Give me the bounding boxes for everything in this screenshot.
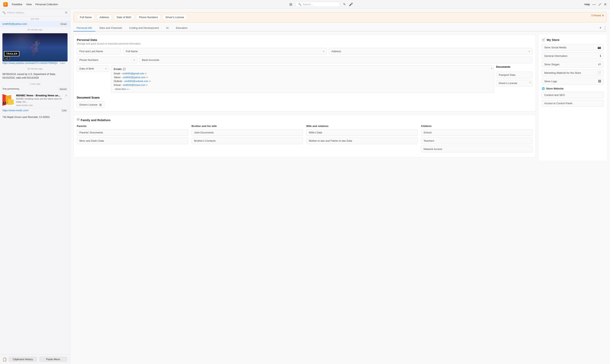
- edit-icon[interactable]: ✎: [343, 2, 346, 6]
- phone-numbers-field[interactable]: Phone Numbers ●: [77, 57, 137, 63]
- sidebar-search-bar[interactable]: 🔍 ⚙: [0, 9, 70, 16]
- icloud-link[interactable]: smith93@icloud.com: [123, 84, 145, 87]
- email-link[interactable]: smith93@yahoo.com: [2, 22, 27, 26]
- clipboard-history-button[interactable]: Clipboard History: [9, 357, 37, 362]
- teachers-item[interactable]: Teachers: [421, 137, 532, 144]
- drivers-license-item[interactable]: Driver's License ●: [496, 80, 532, 87]
- msnbc-link[interactable]: https://www.msnbc.com/: [2, 109, 28, 112]
- store-website-title: 🌐 Store Website: [542, 87, 604, 90]
- copy-icon[interactable]: ⧉: [146, 84, 148, 86]
- family-section: ♡ Family and Relatives Parents Parents' …: [73, 115, 536, 157]
- pinned-tag-phone[interactable]: Phone Numbers: [136, 14, 161, 20]
- outlook-label: Outlook -: [114, 80, 124, 83]
- general-information-item[interactable]: General Information ℹ: [542, 52, 604, 59]
- tab-ai[interactable]: AI: [163, 25, 172, 31]
- email-icon: 💬: [123, 68, 126, 71]
- timestamp-just-now: just now: [0, 16, 70, 21]
- menu-collection[interactable]: Personal Collection: [35, 3, 58, 6]
- timestamp-30min: 30 minutes ago: [0, 66, 70, 71]
- parents-documents-item[interactable]: Parents' Documents: [77, 129, 188, 136]
- list-item[interactable]: 9876543210, issued by U.S. Department of…: [0, 71, 70, 81]
- clipboard-icon: 📋: [2, 357, 7, 362]
- more-options-button[interactable]: ⋮: [603, 26, 607, 30]
- parents-column: Parents Parents' Documents Mom and Dad's…: [77, 125, 188, 154]
- msnbc-desc: MSNBC breaking news and the latest news …: [16, 97, 64, 104]
- youtube-link[interactable]: https://www.youtube.com/watch?v=AbvDnYW9…: [2, 62, 58, 65]
- history-list: just now smith93@yahoo.com Email 26 minu…: [0, 16, 70, 354]
- pinned-tag-address[interactable]: Address: [96, 14, 112, 20]
- content-seo-item[interactable]: Content and SEO: [542, 92, 604, 98]
- mom-dad-data-item[interactable]: Mom and Dad's Data: [77, 137, 188, 144]
- copy-icon[interactable]: ⧉: [146, 76, 148, 78]
- pinned-tag-dob[interactable]: Date of Birth: [114, 14, 134, 20]
- tabs-actions: + ⋮: [599, 26, 607, 30]
- list-item[interactable]: https://www.msnbc.com/ Link: [0, 108, 70, 114]
- yahoo-link[interactable]: smith93@yahoo.com: [123, 76, 145, 79]
- list-item[interactable]: 742 Maple Grove Lane Riverside, CA 92501: [0, 114, 70, 121]
- personal-data-subtitle: Storage and quick access to important pe…: [77, 42, 532, 45]
- copy-icon[interactable]: ⧉: [149, 80, 151, 82]
- joint-documents-item[interactable]: Joint Documents: [192, 129, 303, 136]
- address-field[interactable]: Address ●: [329, 48, 532, 55]
- date-of-birth-field[interactable]: Date of Birth ●: [77, 65, 109, 72]
- list-item[interactable]: smith93@yahoo.com Email: [0, 21, 70, 27]
- help-label[interactable]: Help: [584, 3, 590, 6]
- paste-menu-button[interactable]: Paste Menu: [39, 357, 68, 362]
- inlaws-data-item[interactable]: Mother-in-law and Father-in-law Data: [306, 137, 418, 144]
- show-less-button[interactable]: - show less ⟵: [114, 88, 492, 91]
- app-logo: P: [3, 2, 8, 7]
- tab-personal-info[interactable]: Personal Info: [73, 25, 95, 31]
- minimize-button[interactable]: —: [592, 2, 596, 6]
- outlook-link[interactable]: smith93@outlook.com: [124, 80, 148, 83]
- menu-view[interactable]: View: [26, 3, 32, 6]
- emails-required-dot: ●: [491, 67, 492, 69]
- list-item[interactable]: 🦸 TRAILER HD https://www.youtube.com/wat…: [0, 32, 70, 66]
- family-title-text: Family and Relatives: [81, 118, 110, 122]
- find-history-input[interactable]: [7, 11, 63, 14]
- mic-icon[interactable]: 🎤: [349, 2, 353, 6]
- add-tab-button[interactable]: +: [599, 26, 601, 30]
- store-social-label: Store Social Media: [544, 46, 566, 49]
- emails-section: Emails 💬 ● Gmail - smith93@gmail.com ⧉ Y…: [111, 65, 494, 93]
- pinned-close-button[interactable]: ✕: [602, 14, 604, 17]
- brother-title: Brother and his wife: [192, 125, 303, 128]
- image-icon: 🖼: [598, 80, 601, 83]
- drivers-license-scan[interactable]: Drivers License ▦: [77, 101, 104, 108]
- store-slogan-item[interactable]: Store Slogan 🏷: [542, 61, 604, 68]
- brothers-contacts-item[interactable]: Brother's Contacts: [192, 137, 303, 144]
- close-button[interactable]: ✕: [604, 2, 607, 7]
- wifes-data-item[interactable]: Wife's Data: [306, 129, 418, 136]
- school-item[interactable]: School: [421, 129, 532, 136]
- passport-data-item[interactable]: Passport Data: [496, 72, 532, 78]
- close-icon[interactable]: ✕: [65, 94, 67, 106]
- copy-icon[interactable]: ⧉: [145, 72, 147, 75]
- tab-sites-channels[interactable]: Sites and Channels: [96, 25, 125, 31]
- store-logo-item[interactable]: Store Logo 🖼: [542, 78, 604, 85]
- personal-data-section: Personal Data Storage and quick access t…: [73, 35, 536, 111]
- first-last-name-field[interactable]: First and Last Name: [77, 48, 121, 55]
- search-icon: 🔍: [2, 11, 6, 14]
- clipboard-icon[interactable]: ⊞: [289, 2, 292, 7]
- bank-accounts-field[interactable]: Bank Accounts: [139, 57, 532, 63]
- pinned-tag-license[interactable]: Driver's License: [162, 14, 187, 20]
- info-icon: ℹ: [600, 54, 601, 57]
- filter-icon[interactable]: ⚙: [65, 11, 67, 14]
- list-item[interactable]: T••t s••••••••••n Secret: [0, 86, 70, 92]
- document-scans-title: Document Scans: [77, 96, 532, 99]
- menu-pasteBar[interactable]: PasteBar: [12, 3, 22, 6]
- titlebar-search-box[interactable]: 🔍 Search ...: [296, 2, 340, 7]
- network-access-item[interactable]: Network Access: [421, 146, 532, 152]
- pinned-tag-fullname[interactable]: Full Name: [77, 14, 95, 20]
- marketing-material-item[interactable]: Marketing Material for the Store 📄: [542, 69, 604, 76]
- passport-text: 9876543210, issued by U.S. Department of…: [2, 73, 56, 79]
- parents-title: Parents: [77, 125, 188, 128]
- gmail-link[interactable]: smith93@gmail.com: [122, 72, 144, 75]
- control-panel-item[interactable]: Access to Control Panel: [542, 100, 604, 107]
- tab-coding[interactable]: Coding and Development: [126, 25, 162, 31]
- list-item[interactable]: M MSNBC News - Breaking News an... MSNBC…: [0, 92, 70, 108]
- gmail-label: Gmail -: [114, 72, 122, 75]
- tab-education[interactable]: Education: [173, 25, 191, 31]
- full-name-field[interactable]: Full Name ●: [123, 48, 327, 55]
- maximize-button[interactable]: ⤢: [598, 2, 601, 7]
- store-social-media-item[interactable]: Store Social Media 📷: [542, 44, 604, 51]
